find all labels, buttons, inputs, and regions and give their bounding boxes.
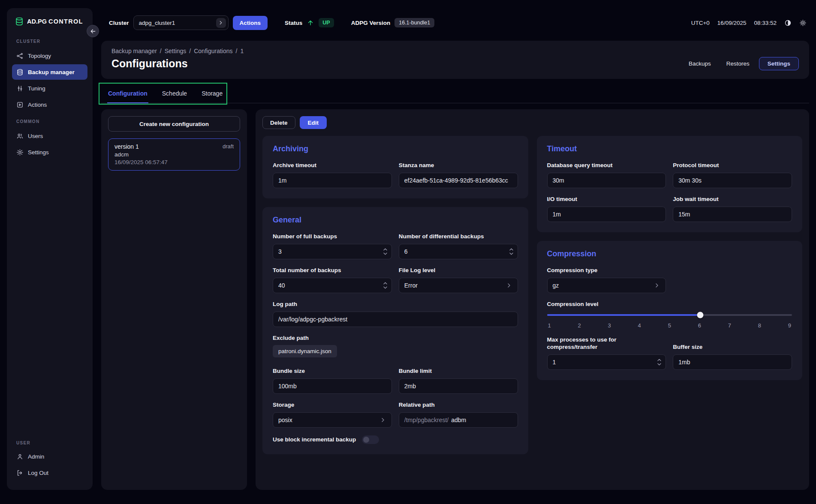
bundle-limit-input[interactable]	[399, 378, 518, 394]
brightness-sun-icon[interactable]	[799, 19, 807, 27]
db-query-timeout-input[interactable]	[547, 173, 666, 188]
log-path-input[interactable]	[273, 312, 518, 327]
chevron-down-icon[interactable]	[383, 286, 388, 289]
breadcrumb-item-settings[interactable]: Settings	[165, 48, 187, 54]
restores-button[interactable]: Restores	[720, 57, 756, 70]
settings-button[interactable]: Settings	[759, 57, 799, 70]
stepper-chevrons	[509, 248, 514, 255]
delete-button[interactable]: Delete	[262, 116, 295, 129]
chevron-up-icon[interactable]	[383, 248, 388, 251]
chevron-down-icon[interactable]	[509, 252, 514, 255]
slider-tick: 9	[788, 322, 791, 329]
slider-tick: 3	[608, 322, 611, 329]
chevron-right-icon	[653, 282, 660, 289]
slider-tick: 1	[548, 322, 551, 329]
io-timeout-label: I/O timeout	[547, 196, 666, 203]
config-item-header: version 1 draft	[114, 143, 234, 150]
sidebar-item-log-out[interactable]: Log Out	[12, 465, 87, 480]
exclude-path-label: Exclude path	[273, 335, 518, 342]
full-backups-label: Number of full backups	[273, 233, 392, 240]
block-incremental-toggle[interactable]	[362, 435, 379, 444]
bundle-limit-label: Bundle limit	[399, 368, 518, 375]
slider-tick: 5	[668, 322, 671, 329]
sidebar-item-users[interactable]: Users	[12, 128, 87, 144]
chevron-up-icon[interactable]	[657, 358, 662, 361]
chevron-down-icon[interactable]	[383, 252, 388, 255]
tab-storage[interactable]: Storage	[201, 86, 223, 103]
diff-backups-field: Number of differential backups 6	[399, 233, 518, 259]
archive-timeout-label: Archive timeout	[273, 162, 392, 169]
total-backups-stepper[interactable]: 40	[273, 278, 392, 293]
compression-level-field: Compression level 1 2 3	[547, 301, 792, 329]
breadcrumb-separator: /	[160, 48, 162, 54]
theme-contrast-icon[interactable]	[784, 19, 792, 27]
cluster-actions-button[interactable]: Actions	[233, 16, 268, 30]
breadcrumb-item-configurations[interactable]: Configurations	[194, 48, 232, 54]
sidebar-item-settings[interactable]: Settings	[12, 144, 87, 160]
block-incremental-label: Use block incremental backup	[273, 436, 356, 444]
sidebar-item-tuning[interactable]: Tuning	[12, 81, 87, 96]
sidebar-item-actions[interactable]: Actions	[12, 97, 87, 112]
sidebar-item-topology[interactable]: Topology	[12, 48, 87, 63]
cluster-label: Cluster	[109, 20, 129, 26]
log-path-label: Log path	[273, 301, 518, 308]
job-wait-timeout-label: Job wait timeout	[673, 196, 792, 203]
breadcrumb-item-backup-manager[interactable]: Backup manager	[111, 48, 157, 54]
tab-schedule[interactable]: Schedule	[161, 86, 188, 103]
configuration-list-item[interactable]: version 1 draft adcm 16/09/2025 06:57:47	[108, 138, 240, 171]
sidebar-item-admin[interactable]: Admin	[12, 449, 87, 464]
tabs-bar: Configuration Schedule Storage	[101, 86, 809, 103]
sidebar: AD.PGCONTROL CLUSTER Topology Backup man…	[7, 8, 93, 490]
diff-backups-label: Number of differential backups	[399, 233, 518, 240]
backups-button[interactable]: Backups	[683, 57, 717, 70]
compression-type-field: Compression type gz	[547, 267, 666, 293]
person-icon	[16, 453, 24, 460]
version-badge: 16.1-bundle1	[394, 18, 434, 27]
sidebar-item-label: Log Out	[28, 470, 48, 476]
stepper-value: 1	[553, 359, 556, 366]
time-value: 08:33:52	[754, 20, 777, 26]
buffer-size-field: Buffer size	[673, 336, 792, 370]
bundle-size-input[interactable]	[273, 378, 392, 394]
io-timeout-input[interactable]	[547, 207, 666, 222]
db-query-timeout-field: Database query timeout	[547, 162, 666, 188]
job-wait-timeout-input[interactable]	[673, 207, 792, 222]
user-section: USER Admin Log Out	[12, 435, 87, 481]
compression-type-select[interactable]: gz	[547, 278, 666, 293]
create-configuration-button[interactable]: Create new configuration	[108, 116, 240, 132]
total-backups-field: Total number of backups 40	[273, 267, 392, 293]
stanza-name-field: Stanza name	[399, 162, 518, 188]
full-backups-field: Number of full backups 3	[273, 233, 392, 259]
bundle-size-field: Bundle size	[273, 368, 392, 394]
path-prefix: /tmp/pgbackrest/	[404, 417, 449, 423]
page-header-panel: Backup manager / Settings / Configuratio…	[101, 41, 809, 79]
chevron-up-icon[interactable]	[509, 248, 514, 251]
compression-level-knob[interactable]	[697, 312, 703, 318]
collapse-sidebar-button[interactable]	[87, 25, 99, 37]
archive-timeout-input[interactable]	[273, 173, 392, 188]
chevron-up-icon[interactable]	[383, 282, 388, 285]
max-processes-stepper[interactable]: 1	[547, 354, 666, 370]
stanza-name-label: Stanza name	[399, 162, 518, 169]
exclude-path-chip: patroni.dynamic.json	[273, 345, 337, 357]
diff-backups-stepper[interactable]: 6	[399, 244, 518, 259]
logo-name: AD.PG	[27, 18, 47, 25]
relative-path-field: Relative path /tmp/pgbackrest/ adbm	[399, 402, 518, 428]
chevron-right-icon	[379, 417, 386, 423]
stanza-name-input[interactable]	[399, 173, 518, 188]
relative-path-input[interactable]: /tmp/pgbackrest/ adbm	[399, 412, 518, 428]
storage-select[interactable]: posix	[273, 412, 392, 428]
buffer-size-input[interactable]	[673, 354, 792, 370]
protocol-timeout-input[interactable]	[673, 173, 792, 188]
compression-level-slider[interactable]	[547, 312, 792, 318]
edit-button[interactable]: Edit	[300, 116, 327, 129]
spacer-field	[673, 267, 792, 293]
gear-icon	[16, 149, 24, 156]
chevron-down-icon[interactable]	[657, 363, 662, 366]
file-log-level-select[interactable]: Error	[399, 278, 518, 293]
bundle-limit-field: Bundle limit	[399, 368, 518, 394]
sidebar-item-backup-manager[interactable]: Backup manager	[12, 64, 87, 80]
full-backups-stepper[interactable]: 3	[273, 244, 392, 259]
tab-configuration[interactable]: Configuration	[107, 86, 148, 103]
cluster-select[interactable]: adpg_cluster1	[133, 15, 229, 30]
